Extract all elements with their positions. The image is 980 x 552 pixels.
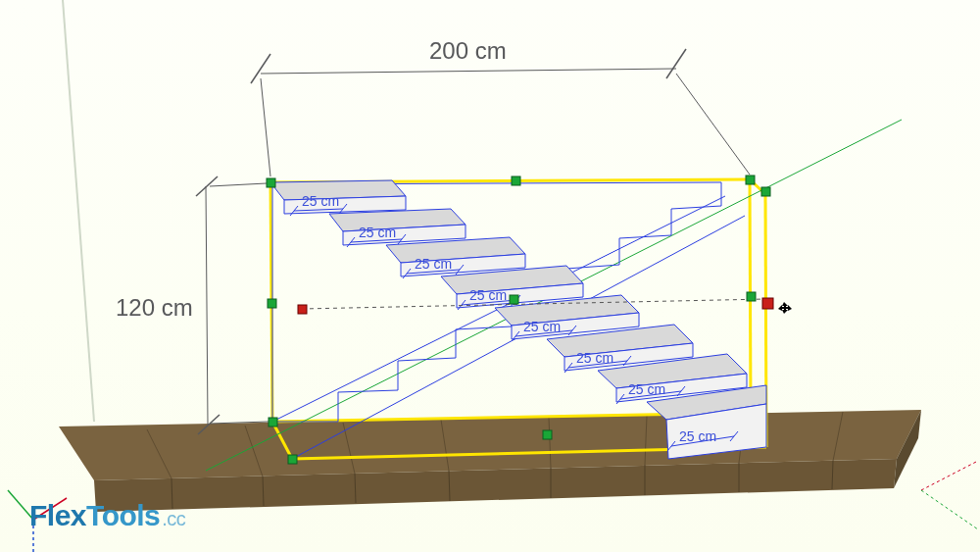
svg-line-44 — [261, 78, 270, 176]
dimension-width-text: 200 cm — [429, 37, 507, 64]
scale-handle-top-back-left[interactable] — [267, 178, 275, 187]
svg-line-45 — [676, 74, 750, 175]
wall-edge-hint — [63, 0, 94, 422]
svg-line-46 — [206, 186, 208, 425]
brand-rest: Tools — [86, 499, 160, 531]
brand-bold: Flex — [29, 499, 86, 531]
scale-handle-top-back-right[interactable] — [746, 176, 755, 184]
svg-text:25 cm: 25 cm — [628, 381, 665, 397]
dimension-height: 120 cm — [116, 176, 269, 434]
svg-text:25 cm: 25 cm — [576, 350, 613, 366]
svg-line-87 — [921, 461, 978, 490]
scale-handle-bot-back-left[interactable] — [269, 418, 277, 427]
svg-text:25 cm: 25 cm — [523, 319, 561, 334]
scale-handle-mid-back-center[interactable] — [510, 295, 518, 304]
svg-line-41 — [261, 69, 676, 74]
svg-text:25 cm: 25 cm — [679, 428, 716, 444]
scale-handle-top-back-mid[interactable] — [512, 176, 520, 185]
scale-handle-bot-front-mid[interactable] — [543, 430, 552, 439]
svg-text:25 cm: 25 cm — [469, 287, 507, 303]
brand-watermark: FlexTools.cc — [29, 499, 185, 532]
scale-handle-origin-red[interactable] — [298, 305, 307, 314]
dimension-width: 200 cm — [251, 37, 750, 176]
scale-handle-mid-back-left[interactable] — [268, 299, 276, 308]
brand-tld: .cc — [162, 508, 185, 529]
scale-handle-active-red[interactable] — [762, 298, 773, 309]
move-cursor-icon — [778, 302, 792, 314]
svg-text:25 cm: 25 cm — [359, 225, 396, 240]
svg-text:25 cm: 25 cm — [415, 256, 452, 272]
svg-line-49 — [210, 183, 267, 186]
wood-floor-slab — [59, 410, 921, 512]
scale-handle-bot-front-left[interactable] — [288, 455, 297, 464]
svg-line-88 — [921, 490, 978, 529]
svg-text:25 cm: 25 cm — [302, 193, 339, 209]
viewport-3d[interactable]: 200 cm 120 cm 25 cm 25 cm 25 cm 25 cm 25… — [0, 0, 980, 552]
scale-handle-mid-back-right[interactable] — [747, 292, 756, 301]
scale-handle-top-front-right[interactable] — [761, 187, 770, 196]
scene-svg: 200 cm 120 cm 25 cm 25 cm 25 cm 25 cm 25… — [0, 0, 980, 552]
world-axes-far — [921, 461, 978, 529]
dimension-height-text: 120 cm — [116, 294, 193, 321]
